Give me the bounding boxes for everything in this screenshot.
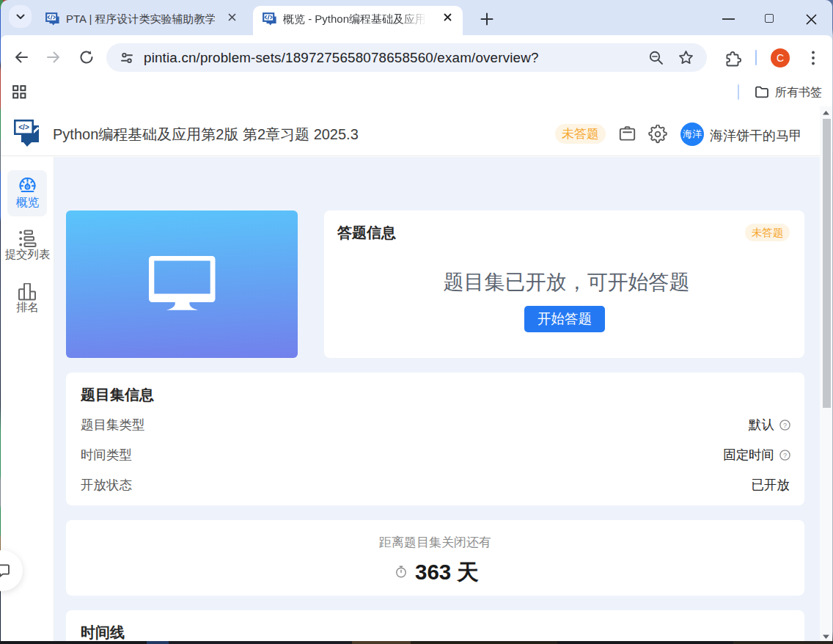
svg-text:</>: </> xyxy=(18,123,29,131)
svg-text:?: ? xyxy=(783,422,787,429)
svg-text:?: ? xyxy=(783,452,787,459)
